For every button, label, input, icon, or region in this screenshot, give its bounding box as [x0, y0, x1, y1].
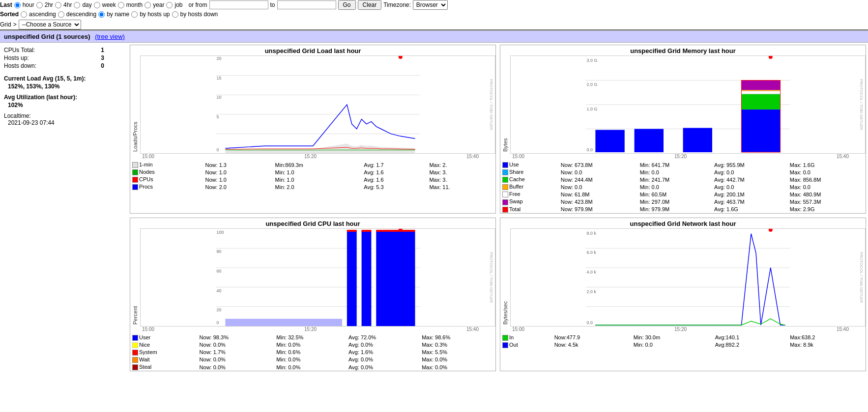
cpu-nice-now: Now: 0.0%: [198, 341, 275, 349]
mem-cache-avg: Avg: 442.7M: [712, 176, 788, 183]
cpu-nice-min: Min: 0.0%: [274, 341, 347, 349]
mem-use-label: Use: [509, 162, 519, 167]
svg-rect-20: [741, 110, 780, 152]
byhostsup-label[interactable]: by hosts up: [140, 11, 170, 18]
day-label[interactable]: day: [82, 1, 91, 8]
tree-view-link[interactable]: (tree view): [95, 33, 125, 40]
mem-buffer-now: Now: 0.0: [559, 183, 638, 191]
mem-swap-color: [502, 199, 508, 205]
mem-use-max: Max: 1.6G: [788, 161, 866, 168]
svg-text:6.0 k: 6.0 k: [587, 250, 597, 255]
legend-cpus-label: CPUs: [139, 176, 153, 182]
cpu-steal-avg: Avg: 0.0%: [347, 363, 420, 371]
svg-rect-46: [347, 230, 357, 232]
byhostsdown-label[interactable]: by hosts down: [180, 11, 218, 18]
day-radio[interactable]: [74, 2, 80, 8]
byname-label[interactable]: by name: [107, 11, 129, 18]
avg-util-label: Avg Utilization (last hour):: [4, 94, 124, 101]
descending-label[interactable]: descending: [66, 11, 96, 18]
mem-free-now: Now: 61.8M: [559, 191, 638, 198]
go-button[interactable]: Go: [338, 0, 356, 10]
week-label[interactable]: week: [102, 1, 116, 8]
net-out-avg: Avg:892.2: [713, 341, 788, 349]
legend-1min-min: Min:869.3m: [273, 161, 362, 168]
4hr-label[interactable]: 4hr: [63, 1, 72, 8]
month-radio[interactable]: [118, 2, 124, 8]
cpu-system-color: [132, 350, 138, 356]
job-label[interactable]: job: [174, 1, 182, 8]
network-chart-title: unspecified Grid Network last hour: [500, 218, 866, 228]
clear-button[interactable]: Clear: [358, 0, 382, 10]
cpu-system-now: Now: 1.7%: [198, 349, 275, 356]
legend-procs-now: Now: 2.0: [203, 183, 273, 191]
hour-radio[interactable]: [14, 2, 21, 8]
cpu-user-min: Min: 32.5%: [274, 334, 347, 341]
mem-swap-max: Max: 557.3M: [788, 198, 866, 205]
descending-radio[interactable]: [58, 11, 64, 18]
mem-buffer-label: Buffer: [509, 184, 523, 190]
month-label[interactable]: month: [126, 1, 143, 8]
2hr-label[interactable]: 2hr: [45, 1, 53, 8]
mem-cache-color: [502, 177, 508, 183]
legend-nodes-max: Max: 3.: [427, 168, 495, 176]
byhostsup-radio[interactable]: [131, 11, 138, 18]
hosts-up-value: 3: [101, 55, 124, 61]
cpu-chart-title: unspecified Grid CPU last hour: [130, 218, 495, 228]
ascending-radio[interactable]: [21, 11, 27, 18]
ascending-label[interactable]: ascending: [29, 11, 56, 18]
week-radio[interactable]: [94, 2, 100, 8]
avg-util-value: 102%: [4, 102, 124, 109]
network-x-1: 15:20: [674, 327, 687, 332]
mem-free-min: Min: 60.5M: [638, 191, 712, 198]
mem-use-avg: Avg: 955.9M: [712, 161, 788, 168]
cpu-nice-label: Nice: [139, 342, 150, 348]
2hr-radio[interactable]: [36, 2, 43, 8]
main-content: CPUs Total: 1 Hosts up: 3 Hosts down: 0 …: [0, 43, 868, 373]
mem-swap-min: Min: 297.0M: [638, 198, 712, 205]
load-x-1: 15:20: [304, 154, 317, 159]
svg-text:0: 0: [217, 147, 219, 152]
year-radio[interactable]: [145, 2, 151, 8]
byname-radio[interactable]: [98, 11, 105, 18]
svg-rect-41: [347, 231, 357, 326]
legend-nodes-avg: Avg: 1.6: [362, 168, 427, 176]
to-input[interactable]: [277, 0, 336, 9]
hour-label[interactable]: hour: [23, 1, 34, 8]
svg-text:20: 20: [217, 307, 222, 312]
mem-share-color: [502, 169, 508, 175]
svg-text:8.0 k: 8.0 k: [587, 231, 597, 236]
section-header: unspecified Grid (1 sources) (tree view): [0, 30, 868, 43]
network-watermark: PROTOCOL / TOBI GETLER: [857, 228, 866, 327]
svg-point-58: [769, 228, 773, 232]
svg-text:2.0 G: 2.0 G: [587, 82, 598, 87]
byhostsdown-radio[interactable]: [172, 11, 178, 18]
legend-procs-max: Max: 11.: [427, 183, 495, 191]
cpu-wait-min: Min: 0.0%: [274, 356, 347, 363]
current-load-value: 152%, 153%, 130%: [4, 83, 124, 90]
cpu-user-avg: Avg: 72.0%: [347, 334, 420, 341]
mem-cache-label: Cache: [509, 176, 525, 182]
job-radio[interactable]: [166, 2, 173, 8]
cpu-steal-color: [132, 364, 138, 370]
svg-rect-22: [741, 91, 780, 94]
cpu-x-axis: 15:00 15:20 15:40: [140, 327, 481, 332]
svg-rect-26: [595, 130, 624, 152]
memory-x-2: 15:40: [837, 154, 849, 159]
timezone-select[interactable]: Browser: [413, 0, 448, 10]
cpu-x-2: 15:40: [466, 327, 479, 332]
from-input[interactable]: [209, 0, 268, 9]
svg-point-19: [769, 55, 773, 59]
legend-1min-avg: Avg: 1.7: [362, 161, 427, 168]
year-label[interactable]: year: [153, 1, 164, 8]
cpu-nice-avg: Avg: 0.0%: [347, 341, 420, 349]
load-legend: 1-min Now: 1.3 Min:869.3m Avg: 1.7 Max: …: [130, 161, 495, 191]
grid-label: Grid: [0, 21, 11, 28]
memory-x-0: 15:00: [512, 154, 524, 159]
source-select[interactable]: --Choose a Source: [19, 20, 81, 29]
memory-watermark: PROTOCOL / TOBI GETLER: [857, 55, 866, 154]
4hr-radio[interactable]: [55, 2, 61, 8]
svg-text:15: 15: [217, 76, 222, 81]
legend-1min-max: Max: 2.: [427, 161, 495, 168]
mem-use-min: Min: 641.7M: [638, 161, 712, 168]
mem-swap-now: Now: 423.8M: [559, 198, 638, 205]
